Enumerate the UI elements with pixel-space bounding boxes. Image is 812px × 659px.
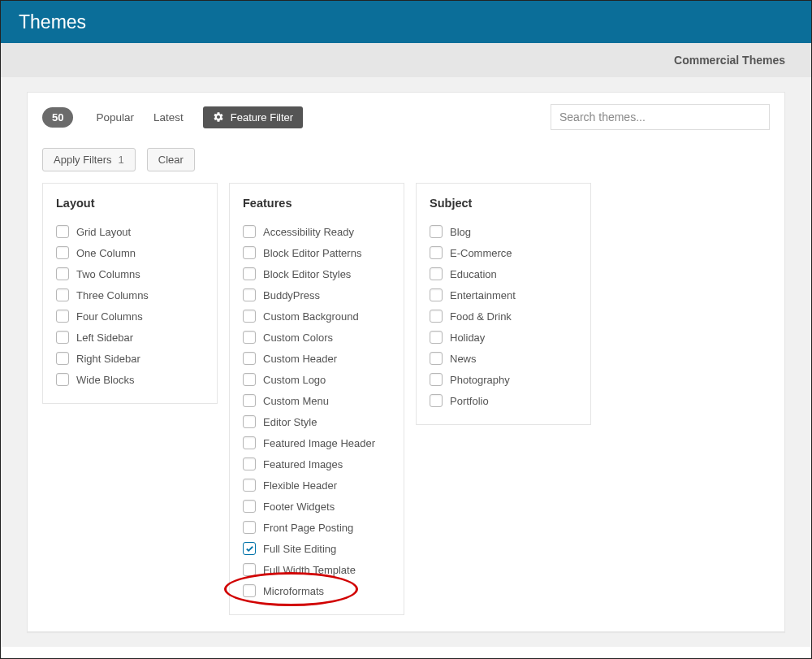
checkbox-icon xyxy=(243,246,256,259)
filter-option-featured-images[interactable]: Featured Images xyxy=(243,453,391,475)
filter-option-label: Right Sidebar xyxy=(76,353,140,365)
filter-option-one-column[interactable]: One Column xyxy=(56,242,204,263)
filter-option-e-commerce[interactable]: E-Commerce xyxy=(430,242,577,263)
checkbox-icon xyxy=(243,563,256,576)
checkbox-icon xyxy=(430,373,443,386)
filter-option-two-columns[interactable]: Two Columns xyxy=(56,263,204,284)
filter-option-label: Custom Logo xyxy=(263,374,326,386)
checkbox-icon xyxy=(243,288,256,301)
filter-option-entertainment[interactable]: Entertainment xyxy=(430,284,577,306)
checkbox-icon xyxy=(243,436,256,449)
checkbox-icon xyxy=(56,288,69,301)
filter-option-right-sidebar[interactable]: Right Sidebar xyxy=(56,348,204,369)
tab-popular[interactable]: Popular xyxy=(96,111,134,124)
tab-latest[interactable]: Latest xyxy=(153,111,184,124)
filter-option-featured-image-header[interactable]: Featured Image Header xyxy=(243,432,391,453)
filter-option-custom-menu[interactable]: Custom Menu xyxy=(243,390,391,411)
filter-option-portfolio[interactable]: Portfolio xyxy=(430,390,577,411)
filter-option-photography[interactable]: Photography xyxy=(430,369,577,390)
checkbox-icon xyxy=(430,352,443,365)
filter-option-microformats[interactable]: Microformats xyxy=(243,580,391,601)
checkbox-icon xyxy=(56,310,69,323)
checkbox-icon xyxy=(243,584,256,597)
filter-option-education[interactable]: Education xyxy=(430,263,577,284)
filter-option-label: Education xyxy=(450,268,497,280)
filter-option-label: Block Editor Patterns xyxy=(263,247,361,259)
checkbox-icon xyxy=(430,331,443,344)
filter-option-editor-style[interactable]: Editor Style xyxy=(243,411,391,432)
filter-option-four-columns[interactable]: Four Columns xyxy=(56,306,204,327)
filter-option-label: Editor Style xyxy=(263,416,317,428)
panel-layout: Layout Grid LayoutOne ColumnTwo ColumnsT… xyxy=(42,183,218,404)
filter-option-label: Custom Colors xyxy=(263,332,333,344)
filter-option-label: Left Sidebar xyxy=(76,332,133,344)
panel-features: Features Accessibility ReadyBlock Editor… xyxy=(229,183,404,615)
filter-option-three-columns[interactable]: Three Columns xyxy=(56,284,204,306)
filter-option-label: Three Columns xyxy=(76,289,149,301)
filter-option-accessibility-ready[interactable]: Accessibility Ready xyxy=(243,221,391,242)
filter-option-wide-blocks[interactable]: Wide Blocks xyxy=(56,369,204,390)
subheader: Commercial Themes xyxy=(1,43,811,77)
checkbox-icon xyxy=(430,267,443,280)
filter-option-label: Custom Menu xyxy=(263,395,329,407)
filter-option-food-drink[interactable]: Food & Drink xyxy=(430,306,577,327)
page-title: Themes xyxy=(19,11,86,33)
filter-option-block-editor-styles[interactable]: Block Editor Styles xyxy=(243,263,391,284)
checkbox-icon xyxy=(243,331,256,344)
filter-option-holiday[interactable]: Holiday xyxy=(430,327,577,348)
filter-option-label: Microformats xyxy=(263,585,324,597)
checkbox-icon xyxy=(243,373,256,386)
apply-filters-label: Apply Filters xyxy=(54,154,112,166)
filter-option-flexible-header[interactable]: Flexible Header xyxy=(243,475,391,496)
top-bar: 50 Popular Latest Feature Filter xyxy=(39,104,773,133)
checkbox-icon xyxy=(243,457,256,470)
apply-filters-count: 1 xyxy=(119,154,124,166)
filter-option-label: Entertainment xyxy=(450,289,516,301)
commercial-themes-link[interactable]: Commercial Themes xyxy=(674,54,785,67)
checkbox-icon xyxy=(56,331,69,344)
checkbox-icon xyxy=(243,521,256,534)
filter-option-label: Accessibility Ready xyxy=(263,226,354,238)
filter-option-custom-header[interactable]: Custom Header xyxy=(243,348,391,369)
filter-option-label: News xyxy=(450,353,477,365)
action-row: Apply Filters 1 Clear xyxy=(39,148,773,171)
filter-option-front-page-posting[interactable]: Front Page Posting xyxy=(243,517,391,538)
checkbox-icon xyxy=(243,500,256,513)
filter-option-label: Footer Widgets xyxy=(263,501,335,513)
filter-option-full-site-editing[interactable]: Full Site Editing xyxy=(243,538,391,559)
filter-option-buddypress[interactable]: BuddyPress xyxy=(243,284,391,306)
checkbox-icon xyxy=(243,542,256,555)
filter-option-label: Portfolio xyxy=(450,395,489,407)
filter-option-news[interactable]: News xyxy=(430,348,577,369)
checkbox-icon xyxy=(243,225,256,238)
filter-option-block-editor-patterns[interactable]: Block Editor Patterns xyxy=(243,242,391,263)
checkbox-icon xyxy=(243,267,256,280)
filter-option-label: Front Page Posting xyxy=(263,522,353,534)
checkbox-icon xyxy=(430,288,443,301)
content-area: 50 Popular Latest Feature Filter Apply F… xyxy=(1,77,811,647)
filter-option-custom-logo[interactable]: Custom Logo xyxy=(243,369,391,390)
filter-option-label: Blog xyxy=(450,226,471,238)
checkbox-icon xyxy=(430,246,443,259)
filter-option-full-width-template[interactable]: Full Width Template xyxy=(243,559,391,580)
filter-option-footer-widgets[interactable]: Footer Widgets xyxy=(243,496,391,517)
filter-option-custom-background[interactable]: Custom Background xyxy=(243,306,391,327)
filter-option-label: Full Site Editing xyxy=(263,543,336,555)
filter-option-label: Featured Images xyxy=(263,458,343,470)
search-input[interactable] xyxy=(551,104,770,130)
filter-option-custom-colors[interactable]: Custom Colors xyxy=(243,327,391,348)
checkbox-icon xyxy=(430,310,443,323)
feature-filter-button[interactable]: Feature Filter xyxy=(203,106,303,128)
checkbox-icon xyxy=(430,225,443,238)
clear-button[interactable]: Clear xyxy=(147,148,195,171)
filter-option-grid-layout[interactable]: Grid Layout xyxy=(56,221,204,242)
apply-filters-button[interactable]: Apply Filters 1 xyxy=(42,148,136,171)
filter-option-label: Wide Blocks xyxy=(76,374,135,386)
checkbox-icon xyxy=(243,415,256,428)
filter-option-blog[interactable]: Blog xyxy=(430,221,577,242)
filter-option-label: Flexible Header xyxy=(263,479,337,492)
filter-option-left-sidebar[interactable]: Left Sidebar xyxy=(56,327,204,348)
filter-option-label: One Column xyxy=(76,247,136,259)
filter-option-label: Custom Header xyxy=(263,353,337,365)
filter-option-label: Full Width Template xyxy=(263,564,356,576)
